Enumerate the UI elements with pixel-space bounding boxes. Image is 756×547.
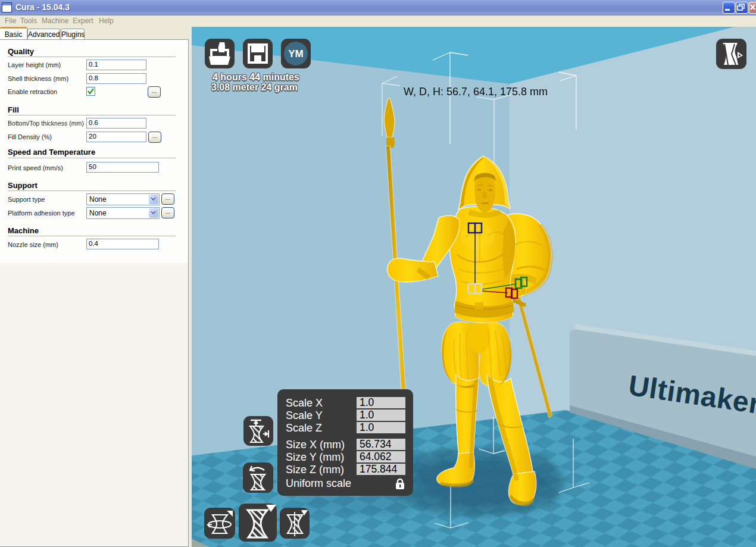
svg-text:YM: YM [288,48,304,60]
